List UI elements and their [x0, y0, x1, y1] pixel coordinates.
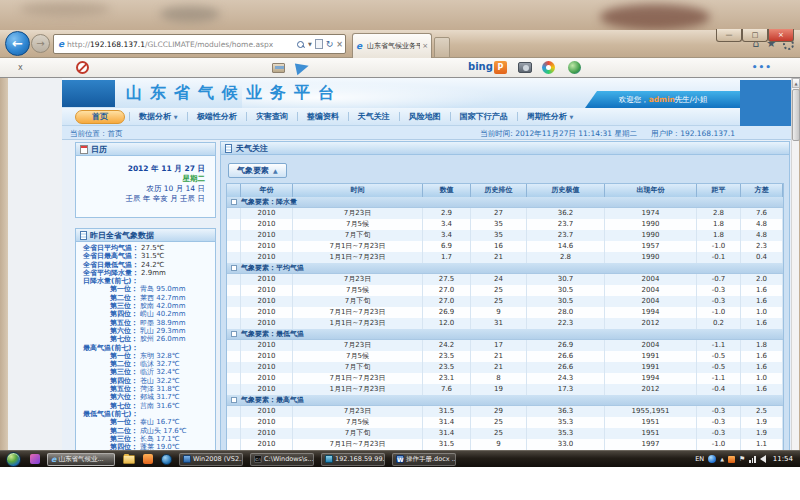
- stop-icon[interactable]: ×: [336, 40, 343, 49]
- table-group-row[interactable]: 气象要素：降水量: [227, 197, 783, 208]
- scroll-up-icon[interactable]: ▲: [792, 78, 800, 88]
- table-row[interactable]: 20107月23日24.21726.92004-1.11.8: [227, 340, 783, 351]
- taskbar-clock[interactable]: 11:54: [773, 455, 793, 463]
- element-filter-button[interactable]: 气象要素 ▲: [228, 163, 287, 178]
- nav-item-1[interactable]: 数据分析 ▼: [130, 111, 187, 122]
- table-row[interactable]: 20107月下旬3.43523.719901.84.8: [227, 230, 783, 241]
- language-indicator[interactable]: EN: [695, 455, 704, 463]
- table-header-row: 年份时间数值历史排位历史极值出现年份距平方差: [227, 184, 783, 197]
- network-icon[interactable]: [749, 456, 756, 463]
- ie-favicon: e: [58, 39, 64, 49]
- explorer-folder-icon[interactable]: [123, 455, 135, 464]
- pinned-app-icon[interactable]: [143, 454, 153, 464]
- table-row[interactable]: 20107月5候31.42535.31951-0.31.9: [227, 417, 783, 428]
- p-badge-icon[interactable]: P: [494, 61, 507, 74]
- taskbar-window-3[interactable]: W操作手册.docx ...: [392, 453, 456, 466]
- scrollbar-thumb[interactable]: [792, 89, 800, 141]
- page-scrollbar[interactable]: ▲ ▼: [791, 78, 799, 467]
- table-row[interactable]: 20107月1日~7月23日6.91614.61957-1.02.3: [227, 241, 783, 252]
- table-row[interactable]: 20107月1日~7月23日26.9928.01994-1.01.0: [227, 307, 783, 318]
- bing-logo[interactable]: bing: [468, 61, 493, 72]
- table-cell: [227, 384, 241, 395]
- more-options-icon[interactable]: •••: [752, 62, 772, 72]
- nav-item-3[interactable]: 灾害查询: [247, 111, 297, 122]
- compatibility-view-icon[interactable]: [315, 39, 323, 49]
- back-button[interactable]: ←: [5, 31, 30, 56]
- url-text[interactable]: http://192.168.137.1/GLCCLIMATE/modules/…: [67, 40, 296, 49]
- checkbox-icon[interactable]: [231, 331, 237, 337]
- new-tab-button[interactable]: [434, 37, 450, 58]
- weather-rank-row: 第七位：胶州 26.0mm: [76, 335, 215, 343]
- volume-icon[interactable]: [760, 455, 766, 463]
- table-cell: 35.3: [527, 417, 605, 428]
- table-row[interactable]: 20107月下旬27.02530.52004-0.31.6: [227, 296, 783, 307]
- action-center-flag-icon[interactable]: ⚑: [739, 455, 745, 463]
- messenger-tray-icon[interactable]: [708, 455, 716, 463]
- rank-value: 苍山 32.2℃: [140, 377, 180, 385]
- taskbar-window-0[interactable]: Win2008 (VS2...: [179, 453, 243, 466]
- table-row[interactable]: 20101月1日~7月23日1.7212.81990-0.10.4: [227, 252, 783, 263]
- checkbox-icon[interactable]: [231, 265, 237, 271]
- table-row[interactable]: 20107月23日27.52430.72004-0.72.0: [227, 274, 783, 285]
- quick-launch-icon[interactable]: [30, 454, 40, 464]
- nav-item-0[interactable]: 首页: [75, 110, 125, 124]
- table-row[interactable]: 20107月下旬23.52126.61991-0.51.6: [227, 362, 783, 373]
- table-row[interactable]: 20107月23日2.92736.219742.87.6: [227, 208, 783, 219]
- nav-item-4[interactable]: 整编资料: [298, 111, 348, 122]
- table-cell: 2010: [241, 340, 293, 351]
- taskbar-window-2[interactable]: 192.168.59.99...: [321, 453, 385, 466]
- table-row[interactable]: 20107月1日~7月23日31.5933.01997-1.01.1: [227, 439, 783, 450]
- sparkle-icon[interactable]: [542, 61, 555, 74]
- table-row[interactable]: 20107月5候3.43523.719901.84.8: [227, 219, 783, 230]
- forward-button[interactable]: →: [31, 34, 50, 53]
- refresh-icon[interactable]: ↻: [326, 39, 334, 49]
- nav-item-6[interactable]: 风险地图: [400, 111, 450, 122]
- table-cell: [227, 296, 241, 307]
- start-button[interactable]: [6, 452, 21, 467]
- table-row[interactable]: 20101月1日~7月23日12.03122.320120.21.6: [227, 318, 783, 329]
- table-cell: 1月1日~7月23日: [293, 318, 423, 329]
- table-row[interactable]: 20107月5候23.52126.61991-0.51.6: [227, 351, 783, 362]
- blocked-content-icon[interactable]: [76, 61, 89, 74]
- browser-tab[interactable]: e 山东省气候业务平... ×: [352, 33, 432, 58]
- rank-value: 成山头 17.6℃: [140, 427, 187, 435]
- table-row[interactable]: 20107月5候27.02530.52004-0.31.6: [227, 285, 783, 296]
- close-button[interactable]: ×: [768, 29, 794, 42]
- checkbox-icon[interactable]: [231, 199, 237, 205]
- table-row[interactable]: 20107月下旬31.42535.31951-0.31.9: [227, 428, 783, 439]
- taskbar-window-1[interactable]: C:\C:\Windows\s...: [250, 453, 314, 466]
- table-row[interactable]: 20101月1日~7月23日7.61917.32012-0.41.6: [227, 384, 783, 395]
- table-cell: 21: [471, 351, 527, 362]
- toolbar-close-icon[interactable]: x: [18, 63, 23, 72]
- security-tray-icon[interactable]: [728, 456, 735, 463]
- rank-value: 临沂 32.4℃: [140, 368, 180, 376]
- search-dropdown-icon[interactable]: ▼: [308, 41, 312, 47]
- weather-rank-row: 第二位：成山头 17.6℃: [76, 427, 215, 435]
- checkbox-icon[interactable]: [231, 397, 237, 403]
- calendar-panel-title: 日历: [91, 144, 107, 155]
- table-group-row[interactable]: 气象要素：最高气温: [227, 395, 783, 406]
- table-group-row[interactable]: 气象要素：最低气温: [227, 329, 783, 340]
- show-hidden-icons[interactable]: ▲: [720, 456, 724, 462]
- tab-close-icon[interactable]: ×: [422, 42, 428, 50]
- table-group-row[interactable]: 气象要素：平均气温: [227, 263, 783, 274]
- table-row[interactable]: 20107月1日~7月23日23.1824.31994-1.11.0: [227, 373, 783, 384]
- maximize-button[interactable]: □: [742, 29, 768, 42]
- globe-icon[interactable]: [568, 61, 581, 74]
- taskbar-windows: Win2008 (VS2...C:\C:\Windows\s...192.168…: [172, 453, 456, 466]
- table-row[interactable]: 20107月23日31.52936.31955,1951-0.32.5: [227, 406, 783, 417]
- address-bar[interactable]: e http://192.168.137.1/GLCCLIMATE/module…: [53, 34, 346, 54]
- media-player-icon[interactable]: [161, 454, 172, 465]
- paper-plane-icon[interactable]: [295, 61, 310, 75]
- nav-item-2[interactable]: 极端性分析: [188, 111, 246, 122]
- nav-item-5[interactable]: 天气关注: [349, 111, 399, 122]
- table-cell: 2010: [241, 307, 293, 318]
- mail-card-icon[interactable]: [272, 63, 285, 73]
- taskbar-window-active[interactable]: e 山东省气候业...: [47, 453, 115, 466]
- table-cell: 2010: [241, 417, 293, 428]
- nav-item-8[interactable]: 周期性分析 ▼: [518, 111, 583, 122]
- search-icon[interactable]: [296, 40, 305, 49]
- nav-item-7[interactable]: 国家下行产品: [451, 111, 517, 122]
- minimize-button[interactable]: —: [716, 29, 742, 42]
- camera-icon[interactable]: [518, 62, 532, 73]
